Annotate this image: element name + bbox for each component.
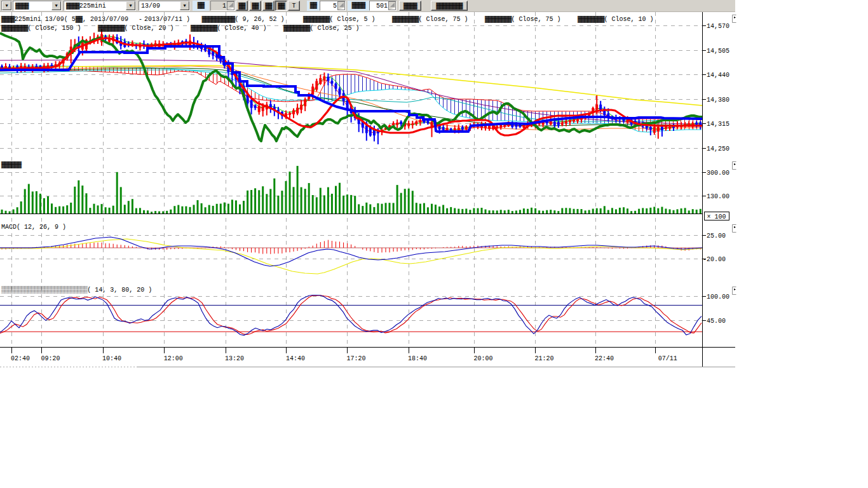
svg-text:▓▓▓▓▓▓▓▓: ▓▓▓▓▓▓▓▓ — [283, 24, 310, 32]
svg-text:▓▓▓▓▓▓▓▓: ▓▓▓▓▓▓▓▓ — [303, 15, 330, 23]
svg-text:2013/07/11 ): 2013/07/11 ) — [144, 16, 190, 23]
svg-text:12:00: 12:00 — [164, 355, 183, 362]
svg-text:▓▓▓▓▓▓▓▓: ▓▓▓▓▓▓▓▓ — [578, 15, 604, 23]
svg-text:-20.00: -20.00 — [703, 256, 726, 263]
svg-text:25.00: 25.00 — [707, 233, 726, 240]
svg-text:09:20: 09:20 — [41, 355, 60, 362]
svg-text:100.00: 100.00 — [707, 294, 729, 301]
svg-text:14,315: 14,315 — [707, 121, 729, 128]
svg-text:( Close, 40 ): ( Close, 40 ) — [217, 25, 267, 32]
svg-text:14:40: 14:40 — [286, 355, 305, 362]
svg-text:14,440: 14,440 — [707, 72, 729, 79]
svg-text:( 9, 26, 52 ): ( 9, 26, 52 ) — [235, 16, 285, 23]
svg-text:( Close, 25 ): ( Close, 25 ) — [310, 25, 360, 32]
svg-text:21:20: 21:20 — [535, 355, 554, 362]
svg-text:▓▓▓▓▓▓▓▓: ▓▓▓▓▓▓▓▓ — [392, 15, 419, 23]
svg-text:▓▓▓▓: ▓▓▓▓ — [1, 15, 15, 23]
svg-text:10:40: 10:40 — [102, 355, 121, 362]
svg-text:( 14, 3, 80, 20 ): ( 14, 3, 80, 20 ) — [87, 287, 152, 294]
svg-text:( Close, 10 ): ( Close, 10 ) — [604, 16, 654, 23]
svg-text:▓▓▓▓▓▓▓▓: ▓▓▓▓▓▓▓▓ — [98, 24, 125, 32]
svg-text:▒▒▒▒▒▒▒▒▒▒▒▒▒▒▒▒▒▒▒▒▒▒▒▒▒▒: ▒▒▒▒▒▒▒▒▒▒▒▒▒▒▒▒▒▒▒▒▒▒▒▒▒▒ — [1, 286, 88, 294]
svg-text:17:20: 17:20 — [347, 355, 366, 362]
svg-text:13:20: 13:20 — [225, 355, 244, 362]
svg-text:( Close, 75 ): ( Close, 75 ) — [512, 16, 561, 23]
svg-text:▓▓▓▓▓▓: ▓▓▓▓▓▓ — [1, 161, 22, 168]
svg-text:130.00: 130.00 — [707, 193, 729, 200]
svg-text:( Close, 20 ): ( Close, 20 ) — [125, 25, 174, 32]
svg-text:▓▓: ▓▓ — [76, 15, 83, 23]
svg-text:MACD( 12, 26, 9 ): MACD( 12, 26, 9 ) — [1, 224, 66, 231]
svg-text:07/11: 07/11 — [658, 355, 677, 362]
svg-text:▓▓▓▓▓▓▓▓▓▓: ▓▓▓▓▓▓▓▓▓▓ — [202, 15, 236, 23]
svg-text:02:40: 02:40 — [11, 355, 30, 362]
svg-text:14,250: 14,250 — [707, 146, 729, 152]
svg-text:225mini 13/09( 5: 225mini 13/09( 5 — [15, 16, 76, 23]
svg-text:( Close, 75 ): ( Close, 75 ) — [419, 16, 468, 23]
svg-text:14,570: 14,570 — [707, 23, 729, 30]
svg-text:( Close, 5 ): ( Close, 5 ) — [330, 16, 376, 23]
svg-text:× 100: × 100 — [707, 214, 726, 220]
svg-text:14,380: 14,380 — [707, 97, 729, 104]
svg-text:300.00: 300.00 — [707, 170, 729, 177]
svg-text:18:40: 18:40 — [408, 355, 427, 362]
svg-text:,: , — [83, 16, 86, 23]
svg-text:22:40: 22:40 — [595, 355, 614, 362]
svg-text:20:00: 20:00 — [474, 355, 493, 362]
svg-text:45.00: 45.00 — [707, 318, 726, 325]
svg-text:▓▓▓▓▓▓▓▓: ▓▓▓▓▓▓▓▓ — [191, 24, 217, 32]
svg-text:2013/07/09: 2013/07/09 — [90, 16, 128, 23]
svg-text:▓▓▓▓▓▓▓▓: ▓▓▓▓▓▓▓▓ — [1, 24, 28, 32]
svg-text:-: - — [139, 16, 142, 23]
svg-text:▓▓▓▓▓▓▓▓: ▓▓▓▓▓▓▓▓ — [485, 15, 512, 23]
svg-text:14,505: 14,505 — [707, 48, 729, 55]
svg-text:( Close, 150 ): ( Close, 150 ) — [28, 25, 81, 32]
